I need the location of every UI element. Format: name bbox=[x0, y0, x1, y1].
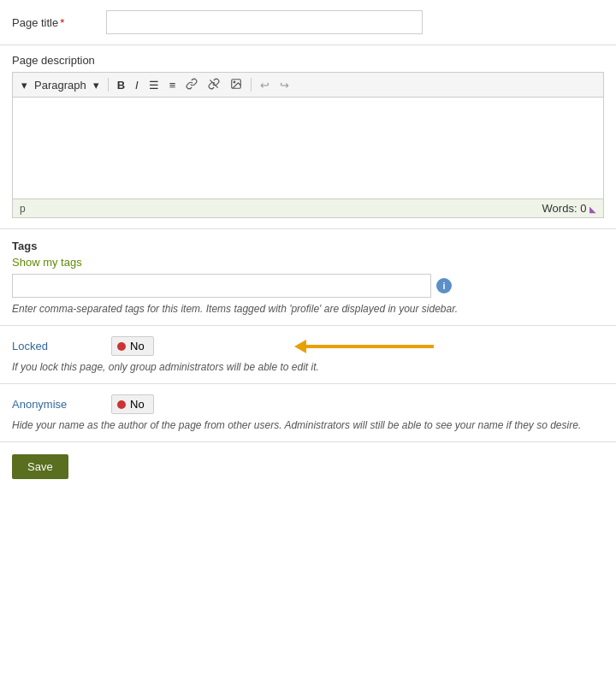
arrow-line bbox=[305, 345, 434, 348]
page-title-label: Page title* bbox=[12, 16, 98, 29]
tags-input[interactable] bbox=[12, 274, 431, 298]
arrow-head bbox=[294, 340, 306, 353]
tags-info-icon[interactable]: i bbox=[436, 278, 452, 293]
anonymise-toggle-value: No bbox=[130, 398, 145, 411]
toolbar-bold-btn[interactable]: B bbox=[114, 78, 128, 92]
locked-label: Locked bbox=[12, 340, 98, 352]
tags-section: Tags Show my tags i Enter comma-separate… bbox=[0, 229, 616, 326]
editor-tag: p bbox=[20, 203, 26, 215]
toolbar-undo-btn[interactable]: ↩ bbox=[257, 78, 273, 92]
editor-footer: p Words: 0 ◣ bbox=[12, 199, 604, 218]
toolbar-unlink-btn[interactable] bbox=[204, 76, 223, 93]
locked-toggle-value: No bbox=[130, 340, 145, 352]
toolbar-link-btn[interactable] bbox=[182, 76, 201, 93]
page-title-input[interactable] bbox=[106, 10, 423, 34]
locked-toggle-btn[interactable]: No bbox=[111, 336, 154, 356]
locked-section: Locked No If you lock this page, only gr… bbox=[0, 326, 616, 384]
show-my-tags-link[interactable]: Show my tags bbox=[12, 256, 604, 269]
anonymise-toggle-btn[interactable]: No bbox=[111, 394, 154, 414]
tags-input-row: i bbox=[12, 274, 604, 298]
resize-handle[interactable]: ◣ bbox=[589, 204, 596, 214]
toolbar-italic-btn[interactable]: I bbox=[132, 78, 142, 92]
anonymise-toggle-dot bbox=[117, 400, 126, 409]
toolbar-numbered-list-btn[interactable]: ≡ bbox=[166, 78, 180, 92]
anonymise-hint: Hide your name as the author of the page… bbox=[12, 419, 604, 431]
anonymise-label: Anonymise bbox=[12, 398, 98, 411]
anonymise-toggle-row: Anonymise No bbox=[12, 394, 604, 414]
locked-arrow bbox=[294, 340, 434, 353]
tags-label: Tags bbox=[12, 240, 604, 252]
required-star: * bbox=[60, 16, 64, 29]
save-section: Save bbox=[0, 442, 616, 491]
toolbar-redo-btn[interactable]: ↪ bbox=[276, 78, 293, 92]
editor-toolbar: ▾ Paragraph ▾ B I ☰ ≡ ↩ ↪ bbox=[12, 72, 604, 97]
editor-content-area[interactable] bbox=[12, 97, 604, 199]
toolbar-separator-1 bbox=[108, 78, 109, 92]
toolbar-dropdown-btn[interactable]: ▾ bbox=[18, 78, 31, 92]
word-count: Words: 0 ◣ bbox=[542, 202, 596, 215]
tags-hint: Enter comma-separated tags for this item… bbox=[12, 303, 604, 315]
save-button[interactable]: Save bbox=[12, 454, 68, 479]
toolbar-bullet-list-btn[interactable]: ☰ bbox=[145, 78, 163, 92]
locked-toggle-row: Locked No bbox=[12, 336, 604, 356]
page-description-label: Page description bbox=[12, 54, 604, 67]
svg-line-0 bbox=[210, 80, 218, 87]
anonymise-section: Anonymise No Hide your name as the autho… bbox=[0, 384, 616, 442]
page-description-section: Page description ▾ Paragraph ▾ B I ☰ ≡ ↩… bbox=[0, 45, 616, 229]
toolbar-separator-2 bbox=[251, 78, 252, 92]
toolbar-paragraph: Paragraph bbox=[34, 79, 86, 92]
toolbar-paragraph-arrow[interactable]: ▾ bbox=[90, 78, 103, 92]
svg-point-2 bbox=[234, 81, 235, 83]
page-title-section: Page title* bbox=[0, 0, 616, 45]
locked-toggle-dot bbox=[117, 342, 126, 351]
locked-hint: If you lock this page, only group admini… bbox=[12, 361, 604, 373]
toolbar-image-btn[interactable] bbox=[227, 76, 246, 93]
